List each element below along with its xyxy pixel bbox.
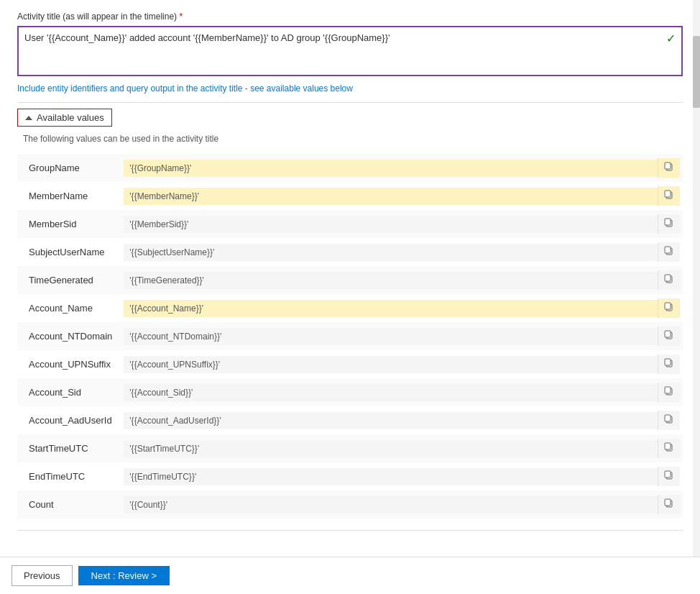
copy-icon bbox=[664, 414, 674, 424]
activity-title-text[interactable]: User '{{Account_Name}}' added account '{… bbox=[24, 32, 676, 45]
scrollbar-thumb[interactable] bbox=[693, 36, 700, 108]
table-row: Account_Sid'{{Account_Sid}}' bbox=[17, 378, 683, 406]
value-text: '{{Account_Name}}' bbox=[124, 300, 658, 317]
copy-icon bbox=[664, 218, 674, 228]
activity-title-label: Activity title (as will appear in the ti… bbox=[17, 12, 683, 22]
svg-rect-25 bbox=[665, 499, 671, 506]
value-name-cell: MemberName bbox=[17, 182, 118, 210]
table-row: StartTimeUTC'{{StartTimeUTC}}' bbox=[17, 434, 683, 462]
scrollbar-track[interactable] bbox=[693, 0, 700, 557]
table-row: MemberName'{{MemberName}}' bbox=[17, 182, 683, 210]
copy-button[interactable] bbox=[658, 355, 680, 374]
value-cell: '{{SubjectUserName}}' bbox=[118, 238, 683, 266]
value-text: '{{Account_AadUserId}}' bbox=[124, 412, 658, 429]
value-text: '{{SubjectUserName}}' bbox=[124, 244, 658, 261]
divider-top bbox=[17, 102, 683, 103]
activity-title-input[interactable]: User '{{Account_Name}}' added account '{… bbox=[17, 26, 683, 76]
value-text: '{{Account_NTDomain}}' bbox=[124, 328, 658, 345]
value-name-cell: Count bbox=[17, 490, 118, 518]
copy-button[interactable] bbox=[658, 383, 680, 402]
value-cell: '{{MemberSid}}' bbox=[118, 210, 683, 238]
svg-rect-17 bbox=[665, 387, 671, 393]
value-name-cell: MemberSid bbox=[17, 210, 118, 238]
copy-button[interactable] bbox=[658, 439, 680, 458]
value-text: '{{MemberSid}}' bbox=[124, 216, 658, 233]
table-row: Account_UPNSuffix'{{Account_UPNSuffix}}' bbox=[17, 350, 683, 378]
value-cell: '{{Account_Name}}' bbox=[118, 294, 683, 322]
svg-rect-13 bbox=[665, 331, 671, 337]
copy-button[interactable] bbox=[658, 270, 680, 290]
copy-button[interactable] bbox=[658, 214, 680, 234]
table-row: Count'{{Count}}' bbox=[17, 490, 683, 518]
svg-rect-23 bbox=[665, 471, 671, 478]
value-cell: '{{TimeGenerated}}' bbox=[118, 266, 683, 294]
value-cell: '{{Account_UPNSuffix}}' bbox=[118, 350, 683, 378]
value-text: '{{MemberName}}' bbox=[124, 188, 658, 205]
value-name-cell: StartTimeUTC bbox=[17, 434, 118, 462]
chevron-up-icon bbox=[25, 116, 32, 120]
value-cell: '{{StartTimeUTC}}' bbox=[118, 434, 683, 462]
table-row: EndTimeUTC'{{EndTimeUTC}}' bbox=[17, 462, 683, 490]
value-text: '{{Account_Sid}}' bbox=[124, 384, 658, 401]
copy-icon bbox=[664, 470, 674, 480]
svg-rect-15 bbox=[665, 359, 671, 365]
svg-rect-21 bbox=[665, 443, 671, 449]
table-row: MemberSid'{{MemberSid}}' bbox=[17, 210, 683, 238]
value-name-cell: GroupName bbox=[17, 154, 118, 182]
value-name-cell: SubjectUserName bbox=[17, 238, 118, 266]
table-row: Account_NTDomain'{{Account_NTDomain}}' bbox=[17, 322, 683, 350]
value-cell: '{{Account_AadUserId}}' bbox=[118, 406, 683, 434]
copy-button[interactable] bbox=[658, 186, 680, 206]
main-content: Activity title (as will appear in the ti… bbox=[0, 0, 700, 594]
copy-button[interactable] bbox=[658, 242, 680, 262]
copy-button[interactable] bbox=[658, 298, 680, 318]
copy-button[interactable] bbox=[658, 411, 680, 430]
value-text: '{{Count}}' bbox=[124, 496, 658, 513]
copy-icon bbox=[664, 442, 674, 452]
copy-icon bbox=[664, 358, 674, 368]
copy-icon bbox=[664, 330, 674, 340]
copy-button[interactable] bbox=[658, 467, 680, 486]
table-row: Account_AadUserId'{{Account_AadUserId}}' bbox=[17, 406, 683, 434]
svg-rect-7 bbox=[665, 247, 671, 253]
table-row: TimeGenerated'{{TimeGenerated}}' bbox=[17, 266, 683, 294]
copy-button[interactable] bbox=[658, 158, 680, 178]
svg-rect-3 bbox=[665, 191, 671, 197]
value-cell: '{{EndTimeUTC}}' bbox=[118, 462, 683, 490]
previous-button[interactable]: Previous bbox=[11, 565, 73, 586]
value-name-cell: TimeGenerated bbox=[17, 266, 118, 294]
value-name-cell: Account_UPNSuffix bbox=[17, 350, 118, 378]
value-cell: '{{MemberName}}' bbox=[118, 182, 683, 210]
copy-icon bbox=[664, 302, 674, 312]
valid-check-icon: ✓ bbox=[666, 32, 676, 45]
value-name-cell: EndTimeUTC bbox=[17, 462, 118, 490]
value-text: '{{StartTimeUTC}}' bbox=[124, 440, 658, 457]
value-name-cell: Account_NTDomain bbox=[17, 322, 118, 350]
value-cell: '{{Account_Sid}}' bbox=[118, 378, 683, 406]
value-cell: '{{Count}}' bbox=[118, 490, 683, 518]
value-text: '{{GroupName}}' bbox=[124, 160, 658, 177]
svg-rect-9 bbox=[665, 275, 671, 281]
value-cell: '{{Account_NTDomain}}' bbox=[118, 322, 683, 350]
value-text: '{{Account_UPNSuffix}}' bbox=[124, 356, 658, 373]
value-name-cell: Account_Name bbox=[17, 294, 118, 322]
svg-rect-5 bbox=[665, 219, 671, 225]
value-name-cell: Account_Sid bbox=[17, 378, 118, 406]
bottom-bar: Previous Next : Review > bbox=[0, 557, 700, 594]
value-text: '{{EndTimeUTC}}' bbox=[124, 468, 658, 485]
copy-icon bbox=[664, 386, 674, 396]
copy-button[interactable] bbox=[658, 495, 680, 514]
copy-icon bbox=[664, 498, 674, 508]
table-row: GroupName'{{GroupName}}' bbox=[17, 154, 683, 182]
table-row: Account_Name'{{Account_Name}}' bbox=[17, 294, 683, 322]
value-name-cell: Account_AadUserId bbox=[17, 406, 118, 434]
copy-icon bbox=[664, 274, 674, 284]
available-values-toggle[interactable]: Available values bbox=[17, 109, 112, 127]
svg-rect-11 bbox=[665, 303, 671, 309]
divider-bottom bbox=[17, 530, 683, 531]
svg-rect-1 bbox=[665, 163, 671, 169]
copy-button[interactable] bbox=[658, 326, 680, 346]
svg-rect-19 bbox=[665, 415, 671, 421]
value-cell: '{{GroupName}}' bbox=[118, 154, 683, 182]
next-review-button[interactable]: Next : Review > bbox=[78, 566, 170, 585]
